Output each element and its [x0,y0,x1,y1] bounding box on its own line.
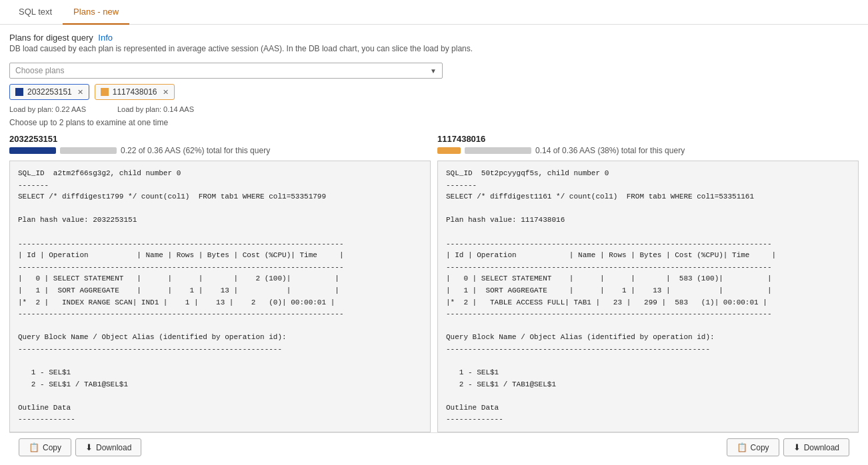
plan-tag-close-1[interactable]: ✕ [77,88,83,97]
panel-1-code[interactable]: SQL_ID a2tm2f66sg3g2, child number 0 ---… [9,161,431,432]
plan-tag-sublabels: Load by plan: 0.22 AAS Load by plan: 0.1… [9,104,859,114]
panel-2-code[interactable]: SQL_ID 50t2pcyygqf5s, child number 0 ---… [437,161,859,432]
plan-color-icon-1 [15,88,23,96]
copy-icon-left: 📋 [29,442,39,452]
plan-tag-load-2: Load by plan: 0.14 AAS [117,104,194,114]
tab-bar: SQL text Plans - new [0,0,868,25]
panel-1: 2032253151 0.22 of 0.36 AAS (62%) total … [9,134,431,432]
panel-2-bar-filled [437,147,461,154]
panel-2-plan-id: 1117438016 [437,134,859,144]
panel-2-bar-label: 0.14 of 0.36 AAS (38%) total for this qu… [535,146,685,155]
plan-tags: 2032253151 ✕ 1117438016 ✕ [9,84,859,100]
tab-plans-new[interactable]: Plans - new [63,0,129,25]
bottom-bar-left: 📋 Copy ⬇ Download [19,438,141,456]
panel-1-bar-label: 0.22 of 0.36 AAS (62%) total for this qu… [121,146,270,155]
panel-2-bar-row: 0.14 of 0.36 AAS (38%) total for this qu… [437,146,859,155]
main-content: Plans for digest query Info DB load caus… [0,25,868,462]
tab-sql-text[interactable]: SQL text [8,0,63,25]
plans-header: Plans for digest query Info DB load caus… [9,33,859,59]
panel-1-bar-row: 0.22 of 0.36 AAS (62%) total for this qu… [9,146,431,155]
choose-up-to-label: Choose up to 2 plans to examine at one t… [9,118,859,127]
choose-plans-dropdown[interactable]: Choose plans ▼ [9,63,443,79]
copy-icon-right: 📋 [737,442,747,452]
info-link[interactable]: Info [98,33,113,43]
bottom-bar-right: 📋 Copy ⬇ Download [727,438,849,456]
chevron-down-icon: ▼ [430,67,437,75]
bottom-bar: 📋 Copy ⬇ Download 📋 Copy ⬇ Download [9,432,859,462]
plan-tag-load-1: Load by plan: 0.22 AAS [9,104,109,114]
panel-2: 1117438016 0.14 of 0.36 AAS (38%) total … [437,134,859,432]
download-button-right[interactable]: ⬇ Download [783,438,849,456]
panel-1-bar-filled [9,147,56,154]
download-button-left[interactable]: ⬇ Download [75,438,141,456]
choose-plans-row: Choose plans ▼ [9,63,859,79]
copy-button-left[interactable]: 📋 Copy [19,438,71,456]
plan-tag-id-2: 1117438016 [113,87,157,97]
panel-1-bar-empty [60,147,117,154]
choose-plans-placeholder: Choose plans [15,66,64,75]
panel-2-header: 1117438016 0.14 of 0.36 AAS (38%) total … [437,134,859,158]
panel-2-bar-empty [465,147,531,154]
panel-1-header: 2032253151 0.22 of 0.36 AAS (62%) total … [9,134,431,158]
plan-tag-1: 2032253151 ✕ [9,84,89,100]
plan-panels: 2032253151 0.22 of 0.36 AAS (62%) total … [9,134,859,432]
plans-subtitle: DB load caused by each plan is represent… [9,44,859,53]
plan-tag-2: 1117438016 ✕ [95,84,175,100]
download-icon-right: ⬇ [793,442,801,452]
panel-1-plan-id: 2032253151 [9,134,431,144]
plan-tag-id-1: 2032253151 [27,87,72,97]
copy-button-right[interactable]: 📋 Copy [727,438,779,456]
download-icon-left: ⬇ [85,442,93,452]
plan-tag-close-2[interactable]: ✕ [163,88,169,97]
plans-title-row: Plans for digest query Info [9,33,859,43]
plan-color-icon-2 [101,88,109,96]
